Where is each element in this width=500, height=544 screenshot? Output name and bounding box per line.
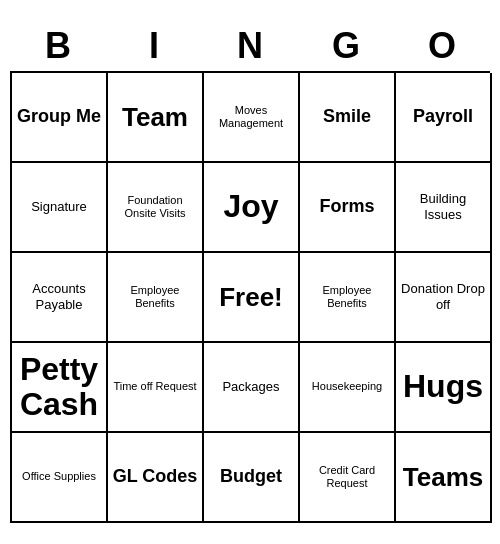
cell-0-1: Team xyxy=(108,73,204,163)
cell-1-3: Forms xyxy=(300,163,396,253)
cell-2-1: Employee Benefits xyxy=(108,253,204,343)
cell-1-1: Foundation Onsite Visits xyxy=(108,163,204,253)
cell-label: Team xyxy=(122,103,188,132)
cell-label: Foundation Onsite Visits xyxy=(112,194,198,220)
cell-4-2: Budget xyxy=(204,433,300,523)
cell-1-0: Signature xyxy=(12,163,108,253)
cell-0-0: Group Me xyxy=(12,73,108,163)
cell-label: Teams xyxy=(403,463,483,492)
cell-2-4: Donation Drop off xyxy=(396,253,492,343)
cell-3-3: Housekeeping xyxy=(300,343,396,433)
cell-0-2: Moves Management xyxy=(204,73,300,163)
cell-label: Accounts Payable xyxy=(16,281,102,312)
cell-0-3: Smile xyxy=(300,73,396,163)
cell-1-4: Building Issues xyxy=(396,163,492,253)
cell-3-4: Hugs xyxy=(396,343,492,433)
cell-label: Time off Request xyxy=(113,380,196,393)
cell-2-2: Free! xyxy=(204,253,300,343)
cell-label: Group Me xyxy=(17,106,101,128)
cell-label: Donation Drop off xyxy=(400,281,486,312)
cell-label: Employee Benefits xyxy=(304,284,390,310)
cell-label: Packages xyxy=(222,379,279,395)
cell-4-3: Credit Card Request xyxy=(300,433,396,523)
cell-label: Joy xyxy=(223,189,278,224)
bingo-header: BINGO xyxy=(10,21,490,71)
cell-label: Budget xyxy=(220,466,282,488)
cell-label: Payroll xyxy=(413,106,473,128)
cell-4-0: Office Supplies xyxy=(12,433,108,523)
cell-2-3: Employee Benefits xyxy=(300,253,396,343)
cell-3-1: Time off Request xyxy=(108,343,204,433)
cell-label: Free! xyxy=(219,283,283,312)
cell-label: Office Supplies xyxy=(22,470,96,483)
cell-label: Credit Card Request xyxy=(304,464,390,490)
cell-3-2: Packages xyxy=(204,343,300,433)
cell-label: Hugs xyxy=(403,369,483,404)
cell-label: Building Issues xyxy=(400,191,486,222)
cell-4-4: Teams xyxy=(396,433,492,523)
header-letter: N xyxy=(202,21,298,71)
cell-label: Housekeeping xyxy=(312,380,382,393)
header-letter: O xyxy=(394,21,490,71)
header-letter: B xyxy=(10,21,106,71)
cell-label: Smile xyxy=(323,106,371,128)
cell-label: Forms xyxy=(319,196,374,218)
cell-label: Signature xyxy=(31,199,87,215)
cell-4-1: GL Codes xyxy=(108,433,204,523)
cell-label: Moves Management xyxy=(208,104,294,130)
bingo-grid: Group MeTeamMoves ManagementSmilePayroll… xyxy=(10,71,490,523)
header-letter: G xyxy=(298,21,394,71)
cell-3-0: Petty Cash xyxy=(12,343,108,433)
cell-label: GL Codes xyxy=(113,466,198,488)
cell-label: Employee Benefits xyxy=(112,284,198,310)
bingo-card: BINGO Group MeTeamMoves ManagementSmileP… xyxy=(10,21,490,523)
cell-1-2: Joy xyxy=(204,163,300,253)
header-letter: I xyxy=(106,21,202,71)
cell-label: Petty Cash xyxy=(16,352,102,422)
cell-0-4: Payroll xyxy=(396,73,492,163)
cell-2-0: Accounts Payable xyxy=(12,253,108,343)
